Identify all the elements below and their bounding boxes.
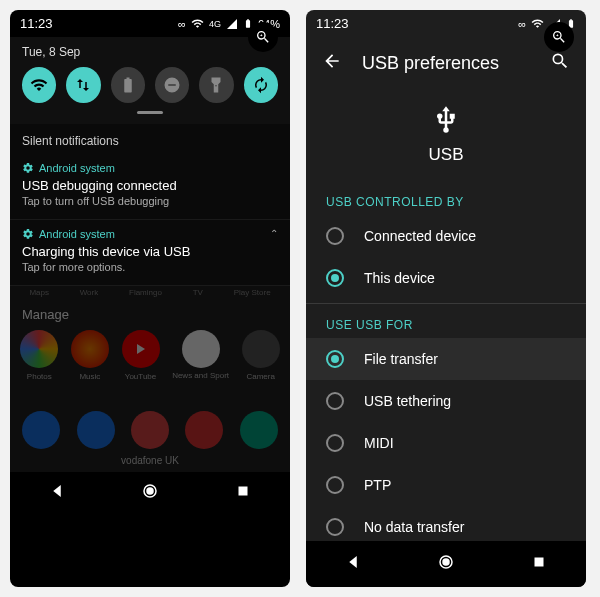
svg-point-1 [147, 488, 153, 494]
settings-header: USB preferences [306, 37, 586, 89]
radio-icon [326, 476, 344, 494]
divider [306, 303, 586, 304]
data-tile[interactable] [66, 67, 100, 103]
wifi-tile[interactable] [22, 67, 56, 103]
navigation-bar [10, 472, 290, 514]
radio-icon [326, 518, 344, 536]
chevron-up-icon[interactable]: ⌃ [270, 228, 278, 239]
notif-title: USB debugging connected [22, 178, 278, 193]
notif-title: Charging this device via USB [22, 244, 278, 259]
rotate-tile[interactable] [244, 67, 278, 103]
net-label: ∞ [178, 18, 186, 30]
charging-notification[interactable]: ⌃ Android system Charging this device vi… [10, 220, 290, 286]
option-ptp[interactable]: PTP [306, 464, 586, 506]
notification-shade-screen: 11:23 ∞ 4G 64% Tue, 8 Sep Silent notific… [10, 10, 290, 587]
wifi-icon [191, 17, 204, 30]
carrier-label: vodafone UK [10, 451, 290, 472]
wifi-icon [531, 17, 544, 30]
music-app[interactable]: Music [71, 330, 109, 381]
home-button[interactable] [141, 482, 159, 504]
messages-app[interactable] [77, 411, 115, 449]
photos-app[interactable]: Photos [20, 330, 58, 381]
quick-settings-panel: Tue, 8 Sep [10, 37, 290, 124]
navigation-bar [306, 541, 586, 587]
home-button[interactable] [437, 553, 455, 575]
usb-hero: USB [306, 89, 586, 185]
controlled-by-header: USB CONTROLLED BY [306, 185, 586, 215]
hangouts-app[interactable] [240, 411, 278, 449]
app-label: Flamingo [129, 288, 162, 297]
home-screen-dimmed: Maps Work Flamingo TV Play Store Manage … [10, 286, 290, 472]
drag-handle[interactable] [137, 111, 163, 114]
usb-icon [431, 105, 461, 135]
app-label: TV [193, 288, 203, 297]
option-connected-device[interactable]: Connected device [306, 215, 586, 257]
use-usb-for-header: USE USB FOR [306, 308, 586, 338]
usb-debugging-notification[interactable]: Android system USB debugging connected T… [10, 154, 290, 220]
recents-button[interactable] [530, 553, 548, 575]
radio-checked-icon [326, 269, 344, 287]
radio-checked-icon [326, 350, 344, 368]
battery-saver-tile[interactable] [111, 67, 145, 103]
back-arrow-icon[interactable] [322, 51, 342, 75]
dnd-tile[interactable] [155, 67, 189, 103]
back-button[interactable] [48, 482, 66, 504]
date-label: Tue, 8 Sep [22, 45, 278, 59]
notif-subtitle: Tap to turn off USB debugging [22, 195, 278, 207]
gear-icon [22, 162, 34, 174]
phone-app[interactable] [22, 411, 60, 449]
option-file-transfer[interactable]: File transfer [306, 338, 586, 380]
youtube-app[interactable]: YouTube [122, 330, 160, 381]
usb-hero-label: USB [306, 145, 586, 165]
flashlight-tile[interactable] [199, 67, 233, 103]
notif-subtitle: Tap for more options. [22, 261, 278, 273]
brave-app[interactable] [131, 411, 169, 449]
option-midi[interactable]: MIDI [306, 422, 586, 464]
gmail-app[interactable] [185, 411, 223, 449]
radio-icon [326, 392, 344, 410]
app-label: Work [80, 288, 99, 297]
signal-icon [226, 18, 238, 30]
camera-app[interactable]: Camera [242, 330, 280, 381]
network-type: 4G [209, 19, 221, 29]
notif-app-name: Android system [39, 228, 115, 240]
option-this-device[interactable]: This device [306, 257, 586, 299]
svg-rect-5 [535, 558, 544, 567]
zoom-icon [544, 22, 574, 52]
app-label: Play Store [234, 288, 271, 297]
svg-point-4 [443, 559, 449, 565]
radio-icon [326, 434, 344, 452]
radio-icon [326, 227, 344, 245]
manage-label[interactable]: Manage [10, 299, 290, 326]
silent-section-header: Silent notifications [10, 124, 290, 154]
page-title: USB preferences [362, 53, 530, 74]
back-button[interactable] [344, 553, 362, 575]
recents-button[interactable] [234, 482, 252, 504]
svg-rect-2 [239, 487, 248, 496]
clock: 11:23 [316, 16, 349, 31]
notif-app-name: Android system [39, 162, 115, 174]
clock: 11:23 [20, 16, 53, 31]
usb-preferences-screen: 11:23 ∞ USB preferences USB USB CONTROLL… [306, 10, 586, 587]
gear-icon [22, 228, 34, 240]
app-label: Maps [29, 288, 49, 297]
option-usb-tethering[interactable]: USB tethering [306, 380, 586, 422]
news-app[interactable]: News and Sport [172, 330, 229, 381]
search-icon[interactable] [550, 51, 570, 75]
zoom-icon [248, 22, 278, 52]
